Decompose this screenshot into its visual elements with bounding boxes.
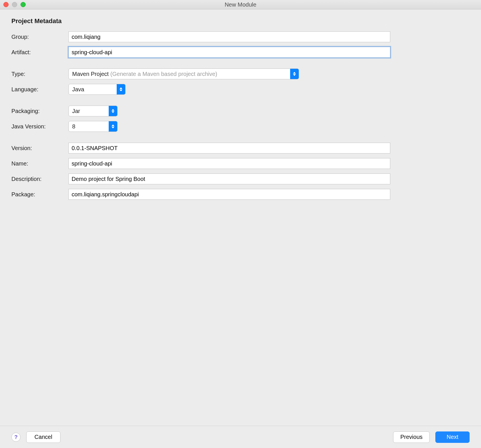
packaging-select-value: Jar (72, 108, 80, 114)
package-label: Package: (11, 191, 68, 198)
next-button[interactable]: Next (435, 431, 470, 443)
language-label: Language: (11, 86, 68, 93)
dialog-content: Project Metadata Group: Artifact: Type: … (0, 9, 481, 426)
description-label: Description: (11, 176, 68, 182)
chevron-updown-icon (109, 106, 117, 116)
packaging-select[interactable]: Jar (68, 106, 118, 116)
dialog-footer: ? Cancel Previous Next (0, 426, 481, 448)
artifact-input[interactable] (68, 47, 390, 58)
java-version-select[interactable]: 8 (68, 121, 118, 132)
java-version-select-value: 8 (72, 123, 75, 130)
name-input[interactable] (68, 158, 390, 169)
type-select-hint: (Generate a Maven based project archive) (110, 71, 217, 77)
section-heading: Project Metadata (11, 17, 470, 25)
group-input[interactable] (68, 31, 390, 42)
group-label: Group: (11, 34, 68, 40)
help-icon: ? (14, 434, 18, 440)
language-select-value: Java (72, 86, 84, 93)
language-select[interactable]: Java (68, 84, 126, 95)
packaging-label: Packaging: (11, 108, 68, 114)
chevron-updown-icon (117, 84, 125, 94)
java-version-label: Java Version: (11, 123, 68, 130)
name-label: Name: (11, 160, 68, 167)
titlebar: New Module (0, 0, 481, 9)
window-controls (3, 2, 26, 7)
chevron-updown-icon (109, 121, 117, 132)
type-select[interactable]: Maven Project (Generate a Maven based pr… (68, 68, 299, 79)
cancel-button[interactable]: Cancel (26, 431, 60, 443)
version-input[interactable] (68, 143, 390, 154)
type-label: Type: (11, 71, 68, 77)
help-button[interactable]: ? (11, 433, 21, 442)
description-input[interactable] (68, 173, 390, 184)
minimize-icon (12, 2, 17, 7)
type-select-value: Maven Project (72, 71, 109, 77)
window-title: New Module (225, 1, 256, 8)
previous-button[interactable]: Previous (393, 431, 430, 443)
maximize-icon[interactable] (21, 2, 26, 7)
version-label: Version: (11, 145, 68, 152)
close-icon[interactable] (3, 2, 9, 7)
package-input[interactable] (68, 189, 390, 200)
chevron-updown-icon (290, 69, 299, 79)
artifact-label: Artifact: (11, 49, 68, 56)
